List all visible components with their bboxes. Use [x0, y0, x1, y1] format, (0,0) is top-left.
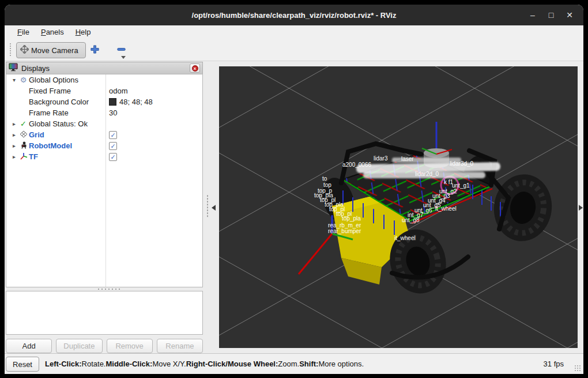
tree-row-global-status[interactable]: ▸ ✓ Global Status: Ok: [6, 118, 202, 129]
tree-row-robotmodel[interactable]: ▸ RobotModel ✓: [6, 140, 202, 151]
tf-frame-label: lidar2d_0: [415, 171, 439, 177]
tf-frame-label: it_wheel: [435, 206, 457, 212]
gear-icon: ⚙: [18, 76, 29, 84]
tf-frame-label: lidar3: [374, 156, 387, 162]
left-splitter[interactable]: [203, 62, 219, 353]
add-tool-button[interactable]: [88, 43, 101, 57]
close-button[interactable]: ✕: [560, 5, 579, 25]
expander-icon[interactable]: ▸: [10, 121, 18, 127]
window-controls: – □ ✕: [523, 5, 579, 25]
move-camera-label: Move Camera: [31, 46, 78, 55]
tree-row-frame-rate[interactable]: Frame Rate 30: [6, 107, 202, 118]
displays-panel-title: Displays: [21, 64, 190, 73]
menu-file[interactable]: File: [12, 27, 35, 38]
collapse-right-arrow-icon[interactable]: [579, 205, 583, 211]
expander-icon[interactable]: ▾: [10, 77, 18, 83]
add-button[interactable]: Add: [6, 339, 52, 353]
frame-rate-value[interactable]: 30: [109, 107, 117, 118]
tf-frame-label: lidar3d_0: [450, 161, 473, 167]
background-color-value[interactable]: 48; 48; 48: [109, 96, 153, 107]
displays-panel-header[interactable]: Displays x: [6, 62, 203, 74]
mouse-help-text: Left-Click: Rotate. Middle-Click: Move X…: [45, 354, 364, 374]
plus-icon: [90, 44, 100, 57]
remove-tool-caret-icon[interactable]: [121, 56, 126, 59]
minimize-button[interactable]: –: [523, 5, 542, 25]
panel-close-icon: x: [192, 65, 198, 72]
toolbar: Move Camera: [5, 38, 583, 61]
title-bar[interactable]: /opt/ros/humble/share/clearpath_viz/rviz…: [5, 5, 583, 25]
tf-frame-label: top_pla: [342, 216, 361, 222]
expander-icon[interactable]: ▸: [10, 132, 18, 138]
status-ok-icon: ✓: [18, 119, 29, 128]
maximize-button[interactable]: □: [542, 5, 560, 25]
robot-model-icon: [18, 141, 29, 151]
displays-close-button[interactable]: x: [190, 63, 200, 73]
expander-icon[interactable]: ▸: [10, 143, 18, 149]
tf-checkbox[interactable]: ✓: [109, 153, 117, 161]
toolbar-drag-handle[interactable]: [9, 43, 12, 57]
tf-frame-label: rear_bumper: [328, 229, 361, 234]
splitter-grip[interactable]: [206, 194, 209, 218]
menu-help[interactable]: Help: [70, 27, 97, 38]
rviz-window: /opt/ros/humble/share/clearpath_viz/rviz…: [5, 5, 583, 374]
menu-bar: File Panels Help: [5, 25, 583, 38]
collapse-left-arrow-icon[interactable]: [212, 205, 216, 211]
menu-panels[interactable]: Panels: [35, 27, 70, 38]
tf-frame-label: a200_0066: [342, 162, 371, 168]
expander-icon[interactable]: ▸: [10, 154, 18, 160]
minus-icon: [116, 44, 126, 57]
tree-row-global-options[interactable]: ▾ ⚙ Global Options: [6, 74, 202, 85]
render-viewport[interactable]: lidar3lasera200_0066lidar3d_0lidar2d_0k …: [219, 66, 578, 348]
tf-axes-icon: [18, 152, 29, 162]
3d-scene: [219, 66, 578, 348]
grid-display-icon: [18, 130, 29, 140]
tree-row-background-color[interactable]: Background Color 48; 48; 48: [6, 96, 202, 107]
move-camera-icon: [20, 45, 29, 55]
tree-row-grid[interactable]: ▸ Grid ✓: [6, 129, 202, 140]
tree-row-tf[interactable]: ▸ TF ✓: [6, 151, 202, 162]
robotmodel-checkbox[interactable]: ✓: [109, 142, 117, 150]
description-panel: [6, 291, 203, 335]
rename-button: Rename: [157, 339, 203, 353]
remove-tool-button[interactable]: [114, 43, 128, 57]
tf-frame-label: unt_g8: [402, 218, 420, 223]
tree-row-fixed-frame[interactable]: Fixed Frame odom: [6, 85, 202, 96]
displays-button-row: Add Duplicate Remove Rename: [6, 339, 203, 354]
duplicate-button: Duplicate: [56, 339, 102, 353]
move-camera-button[interactable]: Move Camera: [16, 42, 86, 58]
tf-frame-label: to: [322, 176, 327, 182]
color-swatch: [109, 98, 116, 106]
resize-grip[interactable]: [574, 365, 581, 372]
remove-button: Remove: [107, 339, 153, 353]
panel-splitter-handle[interactable]: [97, 288, 120, 290]
status-bar: Reset Left-Click: Rotate. Middle-Click: …: [5, 353, 583, 374]
grid-checkbox[interactable]: ✓: [109, 131, 117, 139]
reset-button[interactable]: Reset: [6, 357, 39, 372]
displays-tree: ▾ ⚙ Global Options Fixed Frame odom Back…: [6, 74, 203, 287]
tf-frame-label: laser: [401, 156, 414, 162]
tf-frame-label: it_wheel: [394, 235, 416, 241]
displays-icon: [9, 63, 18, 74]
fixed-frame-value[interactable]: odom: [109, 85, 128, 96]
window-title: /opt/ros/humble/share/clearpath_viz/rviz…: [192, 11, 397, 20]
right-splitter[interactable]: [578, 62, 583, 353]
fps-counter: 31 fps: [544, 354, 564, 374]
